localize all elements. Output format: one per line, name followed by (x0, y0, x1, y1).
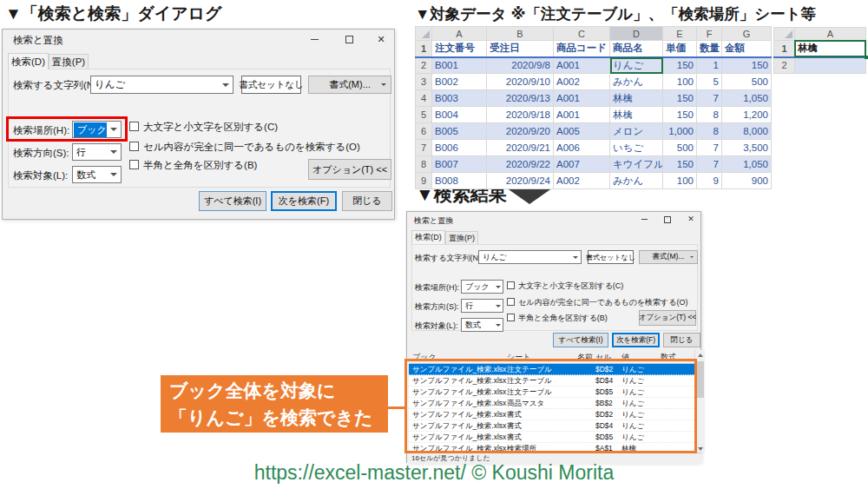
cell[interactable]: 2020/9/21 (487, 140, 554, 156)
row-number[interactable]: 2 (774, 57, 795, 74)
find-what-input[interactable]: りんご (90, 76, 233, 94)
checkbox-entire-cell[interactable] (507, 298, 515, 306)
cell[interactable]: 金額 (722, 41, 772, 57)
row-number[interactable]: 9 (416, 173, 432, 189)
chevron-down-icon[interactable] (107, 128, 121, 131)
cell[interactable]: 商品名 (610, 41, 663, 57)
find-next-button[interactable]: 次を検索(F) (271, 191, 337, 211)
cell[interactable]: 500 (722, 74, 772, 90)
dialog-titlebar[interactable]: 検索と置換 ✕ (3, 30, 394, 49)
search-result-row[interactable]: サンプルファイル_検索.xlsx 商品マスタ $B$2 りんご (409, 398, 694, 409)
cell[interactable]: 1,050 (722, 90, 772, 107)
cell[interactable]: 2020/9/20 (487, 123, 554, 140)
cell[interactable]: B002 (432, 74, 487, 90)
cell[interactable]: 2020/9/24 (487, 173, 554, 189)
cell[interactable]: 2020/9/10 (487, 74, 554, 90)
cell[interactable]: 1,000 (663, 123, 697, 140)
cell[interactable]: B006 (432, 140, 487, 156)
dialog-titlebar[interactable]: 検索と置換 ✕ (407, 212, 700, 227)
cell[interactable]: メロン (610, 123, 663, 140)
cell[interactable]: 8 (697, 123, 722, 140)
column-header[interactable]: A (795, 28, 866, 41)
cell[interactable]: 注文番号 (432, 41, 487, 57)
select-all-corner[interactable] (774, 28, 795, 41)
cell[interactable]: みかん (610, 173, 663, 189)
within-select[interactable]: ブック (461, 280, 503, 294)
cell[interactable]: 2020/9/18 (487, 107, 554, 123)
cell[interactable]: 150 (722, 57, 772, 74)
cell[interactable]: 150 (663, 90, 697, 107)
row-number[interactable]: 2 (416, 57, 432, 74)
direction-select[interactable]: 行 (72, 143, 122, 161)
cell[interactable]: 林檎 (795, 41, 866, 57)
cell[interactable]: B003 (432, 90, 487, 107)
cell[interactable]: 7 (697, 140, 722, 156)
scroll-up-icon[interactable] (695, 350, 705, 360)
checkbox-byte-width[interactable] (507, 314, 515, 321)
results-col-value[interactable]: 値 (621, 352, 629, 363)
cell[interactable]: B005 (432, 123, 487, 140)
cell[interactable]: 2020/9/13 (487, 90, 554, 107)
chevron-down-icon[interactable] (107, 173, 121, 176)
results-col-sheet[interactable]: シート (507, 352, 530, 363)
column-header[interactable]: G (722, 27, 772, 41)
cell[interactable]: B001 (432, 57, 487, 74)
checkbox-byte-width[interactable] (129, 160, 139, 169)
column-header[interactable]: F (697, 27, 722, 41)
results-col-name[interactable]: 名前 (577, 352, 593, 363)
cell[interactable]: 7 (697, 156, 722, 173)
chevron-down-icon[interactable] (493, 305, 503, 307)
search-result-row[interactable]: サンプルファイル_検索.xlsx 書式 $D$4 りんご (409, 420, 694, 432)
chevron-down-icon[interactable] (570, 256, 581, 259)
cell[interactable]: B007 (432, 156, 487, 173)
cell[interactable]: 100 (663, 74, 697, 90)
cell[interactable]: B004 (432, 107, 487, 123)
column-header[interactable]: B (487, 27, 554, 41)
cell[interactable]: 林檎 (610, 90, 663, 107)
minimize-button[interactable] (635, 212, 654, 227)
select-all-corner[interactable] (416, 27, 432, 41)
row-number[interactable]: 4 (416, 90, 432, 107)
chevron-down-icon[interactable] (493, 324, 503, 327)
maximize-button[interactable] (336, 30, 362, 49)
cell[interactable]: りんご (610, 57, 663, 74)
look-in-select[interactable]: 数式 (461, 318, 503, 332)
close-dialog-button[interactable]: 閉じる (663, 333, 700, 347)
cell[interactable]: 500 (663, 140, 697, 156)
cell[interactable]: A006 (554, 140, 610, 156)
cell[interactable]: A001 (554, 57, 610, 74)
row-number[interactable]: 5 (416, 107, 432, 123)
search-result-row[interactable]: サンプルファイル_検索.xlsx 注文テーブル $D$2 りんご (409, 364, 694, 375)
minimize-button[interactable] (301, 30, 327, 49)
row-number[interactable]: 1 (416, 41, 432, 57)
cell[interactable]: 100 (663, 173, 697, 189)
cell[interactable] (795, 57, 866, 74)
cell[interactable]: 2020/9/8 (487, 57, 554, 74)
maximize-button[interactable] (658, 212, 677, 227)
close-dialog-button[interactable]: 閉じる (342, 191, 392, 211)
cell[interactable]: キウイフルーツ (610, 156, 663, 173)
cell[interactable]: 3,500 (722, 140, 772, 156)
search-result-row[interactable]: サンプルファイル_検索.xlsx 注文テーブル $D$5 りんご (409, 387, 694, 398)
cell[interactable]: 林檎 (610, 107, 663, 123)
cell[interactable]: 商品コード (554, 41, 610, 57)
cell[interactable]: 1 (697, 57, 722, 74)
column-header[interactable]: A (432, 27, 487, 41)
cell[interactable]: 8 (697, 107, 722, 123)
format-button[interactable]: 書式(M)... (308, 76, 391, 94)
cell[interactable]: 7 (697, 90, 722, 107)
checkbox-match-case[interactable] (129, 122, 139, 131)
row-number[interactable]: 3 (416, 74, 432, 90)
find-all-button[interactable]: すべて検索(I) (553, 333, 608, 347)
cell[interactable]: 900 (722, 173, 772, 189)
chevron-down-icon[interactable] (493, 286, 503, 288)
column-header[interactable]: E (663, 27, 697, 41)
checkbox-match-case[interactable] (507, 281, 515, 289)
results-col-cell[interactable]: セル (595, 352, 611, 363)
results-scrollbar[interactable] (694, 350, 705, 453)
close-button[interactable]: ✕ (681, 212, 700, 227)
row-number[interactable]: 6 (416, 123, 432, 140)
cell[interactable]: 5 (697, 74, 722, 90)
format-button[interactable]: 書式(M)... (639, 250, 698, 264)
cell[interactable]: A007 (554, 156, 610, 173)
